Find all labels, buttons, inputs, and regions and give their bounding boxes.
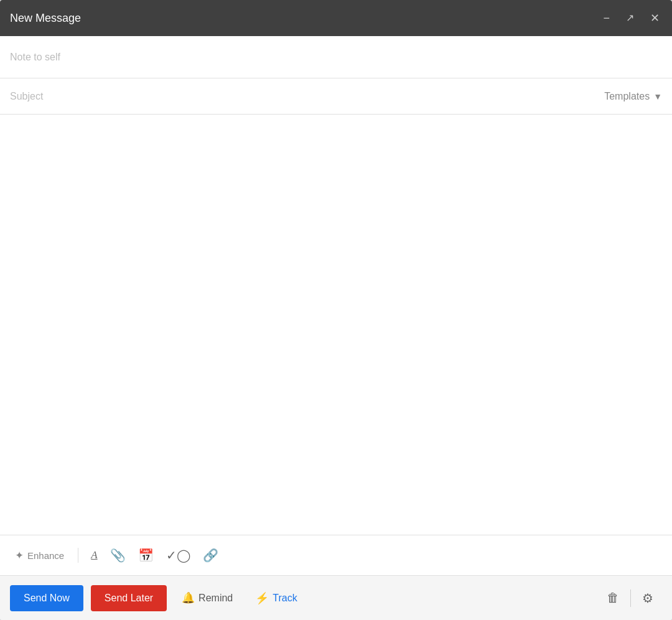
templates-button[interactable]: Templates ▼: [604, 91, 662, 102]
close-button[interactable]: ✕: [648, 10, 662, 26]
send-now-button[interactable]: Send Now: [10, 585, 83, 611]
font-format-icon: A: [91, 549, 97, 561]
title-bar: New Message − ↗ ✕: [0, 0, 672, 36]
send-later-label: Send Later: [105, 593, 153, 603]
close-icon: ✕: [650, 12, 660, 24]
calendar-icon: 📅: [138, 548, 154, 563]
sparkle-icon: ✦: [15, 549, 24, 562]
send-later-button[interactable]: Send Later: [91, 585, 167, 611]
toolbar-divider-1: [78, 548, 78, 563]
subject-input[interactable]: [10, 91, 604, 102]
settings-button[interactable]: ⚙: [633, 585, 662, 612]
calendar-button[interactable]: 📅: [134, 544, 157, 566]
trash-icon: 🗑: [607, 591, 619, 605]
compose-window: New Message − ↗ ✕ Templates ▼ ✦: [0, 0, 672, 620]
body-textarea[interactable]: [10, 124, 662, 525]
expand-button[interactable]: ↗: [623, 11, 637, 26]
enhance-button[interactable]: ✦ Enhance: [10, 545, 69, 566]
action-bar-divider: [630, 589, 631, 607]
send-now-label: Send Now: [24, 593, 70, 603]
track-label: Track: [273, 593, 297, 604]
remind-label: Remind: [198, 593, 233, 604]
to-input[interactable]: [10, 52, 662, 63]
remind-button[interactable]: 🔔 Remind: [174, 585, 240, 611]
action-bar-right: 🗑 ⚙: [598, 585, 662, 612]
chevron-down-icon: ▼: [653, 92, 662, 101]
attach-icon: 📎: [110, 548, 126, 563]
link-button[interactable]: 🔗: [199, 544, 222, 566]
bolt-icon: ⚡: [255, 591, 269, 605]
check-circle-button[interactable]: ✓◯: [162, 544, 194, 566]
delete-button[interactable]: 🗑: [598, 585, 628, 611]
bell-icon: 🔔: [182, 591, 195, 604]
expand-icon: ↗: [626, 13, 634, 23]
action-bar: Send Now Send Later 🔔 Remind ⚡ Track 🗑 ⚙: [0, 575, 672, 620]
body-area: [0, 115, 672, 535]
to-field-container: [0, 36, 672, 78]
enhance-label: Enhance: [27, 550, 64, 561]
gear-icon: ⚙: [642, 591, 653, 606]
attach-button[interactable]: 📎: [106, 544, 129, 566]
templates-label: Templates: [604, 91, 650, 102]
window-title: New Message: [10, 12, 81, 25]
link-icon: 🔗: [203, 548, 218, 563]
check-circle-icon: ✓◯: [166, 548, 190, 563]
formatting-toolbar: ✦ Enhance A 📎 📅 ✓◯ 🔗: [0, 535, 672, 575]
minimize-icon: −: [603, 12, 610, 24]
font-format-button[interactable]: A: [87, 545, 101, 565]
subject-field-container: Templates ▼: [0, 78, 672, 115]
minimize-button[interactable]: −: [600, 10, 612, 26]
track-button[interactable]: ⚡ Track: [248, 585, 304, 611]
window-controls: − ↗ ✕: [600, 10, 662, 26]
